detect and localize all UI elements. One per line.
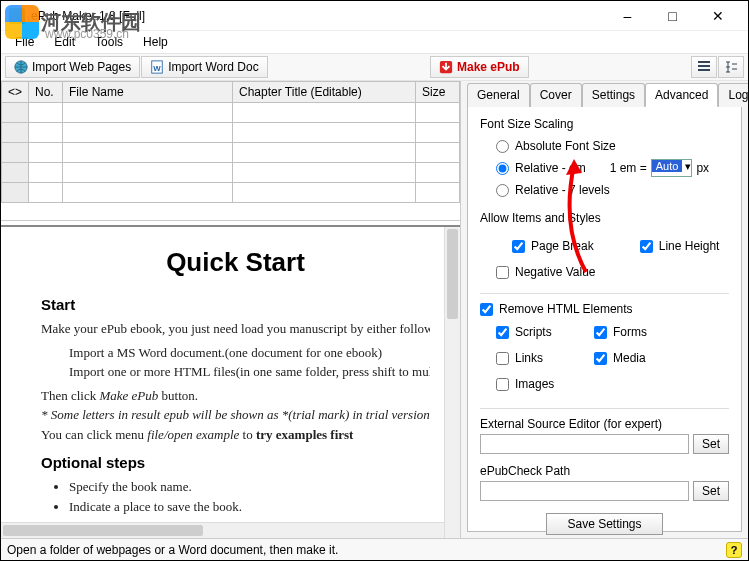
tab-settings[interactable]: Settings <box>582 83 645 107</box>
table-row[interactable] <box>2 163 460 183</box>
import-web-label: Import Web Pages <box>32 60 131 74</box>
check-forms-label: Forms <box>613 325 647 339</box>
window-title: ePub Maker 1.8 [Full] <box>31 9 605 23</box>
preview-hscrollbar[interactable] <box>1 522 444 538</box>
check-images[interactable] <box>496 378 509 391</box>
check-remove-html[interactable] <box>480 303 493 316</box>
check-page-break-label: Page Break <box>531 239 594 253</box>
preview-li4: Indicate a place to save the book. <box>69 497 430 517</box>
ext-editor-set-button[interactable]: Set <box>693 434 729 454</box>
import-web-pages-button[interactable]: Import Web Pages <box>5 56 140 78</box>
table-row[interactable] <box>2 143 460 163</box>
help-icon[interactable]: ? <box>726 542 742 558</box>
radio-absolute-label: Absolute Font Size <box>515 139 616 153</box>
check-forms[interactable] <box>594 326 607 339</box>
check-links-label: Links <box>515 351 543 365</box>
preview-li3: Specify the book name. <box>69 477 430 497</box>
check-line-height-label: Line Height <box>659 239 720 253</box>
table-row[interactable] <box>2 123 460 143</box>
close-button[interactable]: ✕ <box>695 2 740 30</box>
preview-p2: Then click Make ePub button. <box>41 386 430 406</box>
check-negative-label: Negative Value <box>515 265 596 279</box>
radio-relative-7-label: Relative - 7 levels <box>515 183 610 197</box>
down-arrow-icon <box>439 60 453 74</box>
ext-editor-input[interactable] <box>480 434 689 454</box>
minimize-button[interactable]: – <box>605 2 650 30</box>
tab-cover[interactable]: Cover <box>530 83 582 107</box>
list-icon <box>697 60 711 74</box>
radio-absolute[interactable] <box>496 140 509 153</box>
file-table[interactable]: <> No. File Name Chapter Title (Editable… <box>1 81 460 221</box>
em-px-label: px <box>696 161 709 175</box>
settings-tabs: General Cover Settings Advanced Log <box>467 83 742 107</box>
allow-items-title: Allow Items and Styles <box>480 211 729 225</box>
radio-relative-7[interactable] <box>496 184 509 197</box>
preview-p1: Make your ePub ebook, you just need load… <box>41 319 430 339</box>
table-row[interactable] <box>2 183 460 203</box>
em-value-select[interactable]: Auto ▾ <box>651 159 693 177</box>
make-epub-label: Make ePub <box>457 60 520 74</box>
preview-h2-optional: Optional steps <box>41 454 430 471</box>
radio-relative-em-label: Relative - em <box>515 161 586 175</box>
radio-relative-em[interactable] <box>496 162 509 175</box>
check-media-label: Media <box>613 351 646 365</box>
check-scripts-label: Scripts <box>515 325 552 339</box>
import-word-label: Import Word Doc <box>168 60 258 74</box>
globe-icon <box>14 60 28 74</box>
preview-vscrollbar[interactable] <box>444 227 460 538</box>
tree-view-button[interactable] <box>718 56 744 78</box>
preview-p3: * Some letters in result epub will be sh… <box>41 405 430 425</box>
preview-h1: Quick Start <box>41 247 430 278</box>
toolbar: Import Web Pages W Import Word Doc Make … <box>1 53 748 81</box>
check-links[interactable] <box>496 352 509 365</box>
col-filename[interactable]: File Name <box>63 82 233 103</box>
status-text: Open a folder of webpages or a Word docu… <box>7 543 726 557</box>
col-marker[interactable]: <> <box>2 82 29 103</box>
check-page-break[interactable] <box>512 240 525 253</box>
preview-pane: Quick Start Start Make your ePub ebook, … <box>1 225 460 538</box>
menu-edit[interactable]: Edit <box>46 33 83 51</box>
preview-h2-start: Start <box>41 296 430 313</box>
maximize-button[interactable]: □ <box>650 2 695 30</box>
left-pane: <> No. File Name Chapter Title (Editable… <box>1 81 461 538</box>
list-view-button[interactable] <box>691 56 717 78</box>
check-negative[interactable] <box>496 266 509 279</box>
table-row[interactable] <box>2 103 460 123</box>
tab-advanced[interactable]: Advanced <box>645 83 718 107</box>
right-pane: General Cover Settings Advanced Log Font… <box>461 81 748 538</box>
import-word-doc-button[interactable]: W Import Word Doc <box>141 56 267 78</box>
tree-icon <box>724 60 738 74</box>
check-media[interactable] <box>594 352 607 365</box>
menu-file[interactable]: File <box>7 33 42 51</box>
check-images-label: Images <box>515 377 554 391</box>
col-no[interactable]: No. <box>29 82 63 103</box>
ext-editor-label: External Source Editor (for expert) <box>480 417 729 431</box>
status-bar: Open a folder of webpages or a Word docu… <box>1 538 748 560</box>
tab-general[interactable]: General <box>467 83 530 107</box>
make-epub-button[interactable]: Make ePub <box>430 56 529 78</box>
menu-help[interactable]: Help <box>135 33 176 51</box>
preview-li2: Import one or more HTML files(in one sam… <box>69 362 430 382</box>
tab-log[interactable]: Log <box>718 83 748 107</box>
epubcheck-set-button[interactable]: Set <box>693 481 729 501</box>
tab-body-advanced: Font Size Scaling Absolute Font Size Rel… <box>467 107 742 532</box>
word-doc-icon: W <box>150 60 164 74</box>
epubcheck-input[interactable] <box>480 481 689 501</box>
check-scripts[interactable] <box>496 326 509 339</box>
app-icon <box>9 8 25 24</box>
svg-text:W: W <box>153 64 161 73</box>
menu-tools[interactable]: Tools <box>87 33 131 51</box>
save-settings-button[interactable]: Save Settings <box>546 513 662 535</box>
preview-p4: You can click menu file/open example to … <box>41 425 430 445</box>
font-scaling-title: Font Size Scaling <box>480 117 729 131</box>
check-line-height[interactable] <box>640 240 653 253</box>
em-equals-label: 1 em = <box>610 161 647 175</box>
col-size[interactable]: Size <box>416 82 460 103</box>
epubcheck-label: ePubCheck Path <box>480 464 729 478</box>
title-bar: ePub Maker 1.8 [Full] – □ ✕ <box>1 1 748 31</box>
menu-bar: File Edit Tools Help <box>1 31 748 53</box>
col-chapter[interactable]: Chapter Title (Editable) <box>233 82 416 103</box>
check-remove-html-label: Remove HTML Elements <box>499 302 633 316</box>
preview-li1: Import a MS Word document.(one document … <box>69 343 430 363</box>
